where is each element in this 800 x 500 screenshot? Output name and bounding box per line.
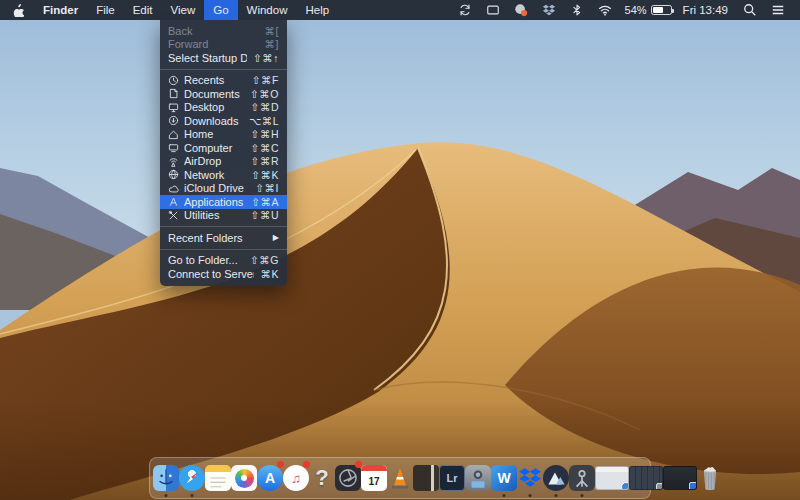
menu-item-shortcut: ⇧⌘H bbox=[251, 128, 279, 140]
menu-item-shortcut: ⇧⌘G bbox=[250, 254, 279, 266]
menu-item-label: Back bbox=[168, 25, 259, 37]
menu-item-label: Forward bbox=[168, 38, 259, 50]
menubar-item-edit[interactable]: Edit bbox=[124, 0, 162, 20]
menu-item-applications[interactable]: Applications⇧⌘A bbox=[160, 195, 287, 209]
display-icon[interactable] bbox=[479, 0, 507, 20]
dock-item-app-store-icon[interactable]: A bbox=[257, 459, 283, 497]
menu-item-airdrop[interactable]: AirDrop⇧⌘R bbox=[160, 155, 287, 169]
menu-item-computer[interactable]: Computer⇧⌘C bbox=[160, 141, 287, 155]
go-menu: Back⌘[Forward⌘]Select Startup Disk⇧⌘↑Rec… bbox=[160, 20, 287, 286]
dock-item-notebook-icon[interactable] bbox=[413, 459, 439, 497]
menu-separator bbox=[160, 69, 287, 70]
dock-item-itunes-icon[interactable]: ♫ bbox=[283, 459, 309, 497]
menu-item-label: Home bbox=[184, 128, 245, 140]
menu-item-shortcut: ⇧⌘O bbox=[250, 88, 279, 100]
menu-item-label: Utilities bbox=[184, 209, 245, 221]
menu-item-select-startup-disk[interactable]: Select Startup Disk⇧⌘↑ bbox=[160, 51, 287, 65]
menu-item-connect-to-server[interactable]: Connect to Server...⌘K bbox=[160, 267, 287, 281]
menu-item-shortcut: ⌘] bbox=[265, 38, 279, 50]
menubar-item-file[interactable]: File bbox=[87, 0, 124, 20]
apple-icon[interactable] bbox=[0, 0, 34, 20]
dock-item-notes-icon[interactable] bbox=[205, 459, 231, 497]
utilities-icon bbox=[168, 209, 180, 221]
window-app-badge bbox=[689, 482, 697, 490]
battery-icon[interactable] bbox=[651, 5, 672, 15]
menu-item-forward: Forward⌘] bbox=[160, 38, 287, 52]
dock-item-vlc-icon[interactable] bbox=[387, 459, 413, 497]
menu-item-icloud-drive[interactable]: iCloud Drive⇧⌘I bbox=[160, 182, 287, 196]
menu-item-label: Downloads bbox=[184, 115, 243, 127]
menu-item-shortcut: ⇧⌘U bbox=[251, 209, 279, 221]
menu-item-shortcut: ⇧⌘I bbox=[255, 182, 279, 194]
menu-item-shortcut: ⇧⌘K bbox=[251, 169, 279, 181]
dock-item-dropbox-icon[interactable] bbox=[517, 459, 543, 497]
menu-item-home[interactable]: Home⇧⌘H bbox=[160, 128, 287, 142]
status-icons bbox=[451, 0, 619, 20]
window-app-badge bbox=[656, 483, 663, 490]
menu-separator bbox=[160, 249, 287, 250]
menubar-item-go[interactable]: Go bbox=[204, 0, 237, 20]
dropbox-tray-icon[interactable] bbox=[535, 0, 563, 20]
menu-item-label: AirDrop bbox=[184, 155, 245, 167]
menu-item-recent-folders[interactable]: Recent Folders▶ bbox=[160, 231, 287, 245]
menu-item-utilities[interactable]: Utilities⇧⌘U bbox=[160, 209, 287, 223]
menubar-item-view[interactable]: View bbox=[162, 0, 205, 20]
wifi-icon[interactable] bbox=[591, 0, 619, 20]
dock-item-image-capture-icon[interactable] bbox=[465, 459, 491, 497]
menu-item-label: Recent Folders bbox=[168, 232, 267, 244]
computer-icon bbox=[168, 142, 180, 154]
menubar-item-finder[interactable]: Finder bbox=[34, 0, 87, 20]
sync-icon[interactable] bbox=[451, 0, 479, 20]
menu-item-go-to-folder[interactable]: Go to Folder...⇧⌘G bbox=[160, 254, 287, 268]
desktop-icon bbox=[168, 101, 180, 113]
home-icon bbox=[168, 128, 180, 140]
menu-bar-items: FinderFileEditViewGoWindowHelp bbox=[34, 0, 338, 20]
search-icon[interactable] bbox=[736, 0, 764, 20]
menubar-item-window[interactable]: Window bbox=[238, 0, 297, 20]
menu-bar: FinderFileEditViewGoWindowHelp 54% Fri 1… bbox=[0, 0, 800, 20]
dock-item-finder-icon[interactable] bbox=[153, 459, 179, 497]
menu-item-shortcut: ⇧⌘↑ bbox=[253, 52, 279, 64]
menu-item-downloads[interactable]: Downloads⌥⌘L bbox=[160, 114, 287, 128]
menu-item-label: Network bbox=[184, 169, 245, 181]
menu-item-desktop[interactable]: Desktop⇧⌘D bbox=[160, 101, 287, 115]
window-app-badge bbox=[621, 482, 629, 490]
dock-item-photos-icon[interactable] bbox=[231, 459, 257, 497]
dock-item-figure-app-icon[interactable] bbox=[569, 459, 595, 497]
dock-item-safari-icon[interactable] bbox=[179, 459, 205, 497]
menubar-item-help[interactable]: Help bbox=[296, 0, 338, 20]
menu-item-label: Desktop bbox=[184, 101, 245, 113]
photos-pinwheel bbox=[235, 469, 254, 488]
dock-item-word-icon[interactable]: W bbox=[491, 459, 517, 497]
dock-item-minimized-window-3[interactable] bbox=[663, 459, 697, 497]
battery-fill bbox=[653, 7, 663, 13]
dock-item-minimized-window-2[interactable] bbox=[629, 459, 663, 497]
dock-item-lightroom-icon[interactable]: Lr bbox=[439, 459, 465, 497]
dock-item-aperture-app-icon[interactable] bbox=[335, 459, 361, 497]
menu-item-label: Documents bbox=[184, 88, 244, 100]
menu-item-shortcut: ⇧⌘A bbox=[251, 196, 279, 208]
dock: A♫?17LrW bbox=[149, 457, 651, 499]
menu-item-label: Connect to Server... bbox=[168, 268, 254, 280]
downloads-icon bbox=[168, 115, 180, 127]
menu-item-shortcut: ⌘K bbox=[260, 268, 279, 280]
bluetooth-icon[interactable] bbox=[563, 0, 591, 20]
menu-item-shortcut: ⇧⌘F bbox=[252, 74, 279, 86]
menu-item-recents[interactable]: Recents⇧⌘F bbox=[160, 74, 287, 88]
backup-icon[interactable] bbox=[507, 0, 535, 20]
menu-item-shortcut: ⇧⌘R bbox=[251, 155, 279, 167]
network-icon bbox=[168, 169, 180, 181]
dock-item-mountain-app-icon[interactable] bbox=[543, 459, 569, 497]
dock-item-trash-icon[interactable] bbox=[697, 459, 723, 497]
menu-item-shortcut: ⇧⌘C bbox=[251, 142, 279, 154]
dock-item-minimized-window-1[interactable] bbox=[595, 459, 629, 497]
documents-icon bbox=[168, 88, 180, 100]
menu-item-network[interactable]: Network⇧⌘K bbox=[160, 168, 287, 182]
desktop: FinderFileEditViewGoWindowHelp 54% Fri 1… bbox=[0, 0, 800, 500]
dock-item-missing-app-icon[interactable]: ? bbox=[309, 459, 335, 497]
menu-item-documents[interactable]: Documents⇧⌘O bbox=[160, 87, 287, 101]
dock-item-calendar-icon[interactable]: 17 bbox=[361, 459, 387, 497]
notification-center-icon[interactable] bbox=[764, 0, 792, 20]
icloud-icon bbox=[168, 182, 180, 194]
menu-bar-clock[interactable]: Fri 13:49 bbox=[675, 4, 736, 16]
